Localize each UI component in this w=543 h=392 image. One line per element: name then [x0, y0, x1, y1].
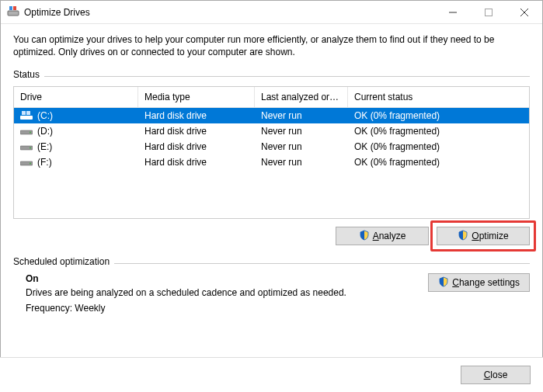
- description-text: You can optimize your drives to help you…: [13, 33, 530, 58]
- scheduled-label: Scheduled optimization: [13, 256, 530, 269]
- minimize-button[interactable]: [435, 1, 471, 24]
- drive-name: (E:): [37, 141, 52, 152]
- app-icon: [7, 5, 19, 19]
- col-drive[interactable]: Drive: [14, 87, 138, 107]
- shield-icon: [458, 230, 468, 243]
- table-row[interactable]: (E:)Hard disk driveNever runOK (0% fragm…: [14, 139, 529, 154]
- svg-rect-9: [26, 111, 30, 115]
- drive-last: Never run: [255, 155, 348, 169]
- table-row[interactable]: (C:)Hard disk driveNever runOK (0% fragm…: [14, 108, 529, 123]
- drive-icon: [20, 111, 33, 120]
- change-settings-button[interactable]: Change settings: [428, 273, 530, 292]
- titlebar: Optimize Drives: [1, 1, 542, 24]
- drive-last: Never run: [255, 109, 348, 123]
- svg-rect-2: [13, 6, 16, 10]
- status-label: Status: [13, 69, 530, 82]
- drive-status: OK (0% fragmented): [348, 155, 529, 169]
- col-status[interactable]: Current status: [348, 87, 529, 107]
- drive-name: (C:): [37, 110, 53, 121]
- drive-media: Hard disk drive: [138, 109, 255, 123]
- window-title: Optimize Drives: [24, 7, 90, 18]
- drive-last: Never run: [255, 124, 348, 138]
- schedule-state: On: [26, 273, 412, 284]
- table-row[interactable]: (F:)Hard disk driveNever runOK (0% fragm…: [14, 154, 529, 170]
- drive-status: OK (0% fragmented): [348, 140, 529, 154]
- drive-status: OK (0% fragmented): [348, 109, 529, 123]
- close-button[interactable]: [506, 1, 542, 24]
- svg-rect-0: [8, 11, 19, 16]
- drive-media: Hard disk drive: [138, 124, 255, 138]
- drive-icon: [20, 142, 33, 151]
- schedule-desc: Drives are being analyzed on a scheduled…: [26, 287, 412, 298]
- drive-status: OK (0% fragmented): [348, 124, 529, 138]
- drives-table: Drive Media type Last analyzed or o... C…: [13, 86, 530, 219]
- svg-rect-1: [9, 6, 12, 10]
- svg-point-15: [30, 163, 31, 165]
- col-last[interactable]: Last analyzed or o...: [255, 87, 348, 107]
- svg-point-11: [30, 132, 31, 134]
- drive-name: (D:): [37, 126, 53, 137]
- highlight-box: Optimize: [430, 220, 536, 252]
- drive-media: Hard disk drive: [138, 140, 255, 154]
- analyze-button[interactable]: Analyze: [336, 227, 429, 245]
- drive-icon: [20, 127, 33, 136]
- maximize-button[interactable]: [471, 1, 506, 24]
- shield-icon: [438, 276, 449, 290]
- drive-last: Never run: [255, 140, 348, 154]
- schedule-freq: Frequency: Weekly: [26, 303, 412, 314]
- drive-icon: [20, 158, 33, 167]
- svg-point-13: [30, 147, 31, 149]
- table-row[interactable]: (D:)Hard disk driveNever runOK (0% fragm…: [14, 123, 529, 139]
- shield-icon: [359, 230, 370, 243]
- svg-rect-7: [20, 116, 33, 120]
- close-dialog-button[interactable]: Close: [461, 366, 531, 384]
- svg-rect-8: [22, 111, 26, 115]
- drive-name: (F:): [37, 157, 52, 168]
- table-header: Drive Media type Last analyzed or o... C…: [14, 87, 529, 108]
- svg-rect-4: [486, 9, 493, 16]
- optimize-button[interactable]: Optimize: [437, 227, 530, 245]
- drive-media: Hard disk drive: [138, 155, 255, 169]
- col-media[interactable]: Media type: [138, 87, 255, 107]
